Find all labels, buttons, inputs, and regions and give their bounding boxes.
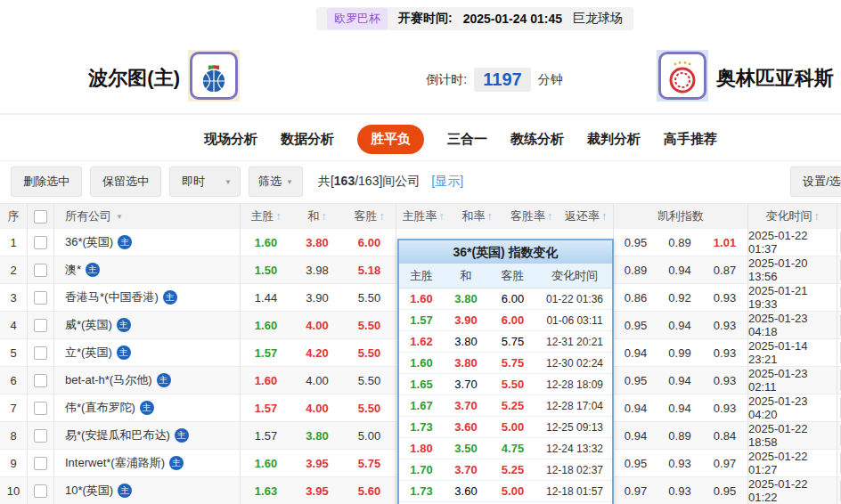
row-checkbox[interactable] bbox=[34, 264, 47, 277]
tab-three-in-one[interactable]: 三合一 bbox=[447, 125, 487, 154]
header-draw-odds[interactable]: 和↑ bbox=[291, 204, 343, 229]
home-odds[interactable]: 1.50 bbox=[240, 256, 291, 283]
row-action-cell[interactable] bbox=[837, 339, 841, 366]
company-cell[interactable]: 10*(英国)主 bbox=[53, 477, 240, 504]
row-checkbox[interactable] bbox=[34, 457, 47, 470]
row-checkbox[interactable] bbox=[34, 429, 47, 443]
kelly-draw: 0.99 bbox=[657, 339, 702, 366]
away-odds[interactable]: 5.50 bbox=[343, 367, 396, 394]
company-cell[interactable]: 威*(英国)主 bbox=[53, 312, 240, 338]
home-odds[interactable]: 1.60 bbox=[240, 367, 291, 394]
row-select-cell[interactable] bbox=[27, 229, 53, 256]
header-home-rate[interactable]: 主胜率↑ bbox=[396, 204, 450, 229]
header-home-odds[interactable]: 主胜↑ bbox=[240, 204, 291, 229]
row-action-cell[interactable] bbox=[837, 422, 841, 449]
tab-win-draw-lose[interactable]: 胜平负 bbox=[357, 125, 424, 154]
row-checkbox[interactable] bbox=[34, 319, 47, 332]
draw-odds[interactable]: 4.20 bbox=[291, 339, 343, 366]
change-time: 2025-01-23 02:11 bbox=[747, 367, 837, 394]
row-select-cell[interactable] bbox=[27, 284, 53, 311]
draw-odds[interactable]: 3.95 bbox=[291, 477, 343, 504]
draw-odds[interactable]: 3.80 bbox=[291, 422, 343, 449]
row-action-cell[interactable] bbox=[837, 450, 841, 476]
away-odds[interactable]: 5.50 bbox=[343, 339, 396, 366]
row-select-cell[interactable] bbox=[27, 312, 53, 338]
header-draw-rate[interactable]: 和率↑ bbox=[450, 204, 504, 229]
header-kelly: 凯利指数 bbox=[613, 204, 747, 229]
row-checkbox[interactable] bbox=[34, 236, 47, 249]
row-checkbox[interactable] bbox=[34, 346, 47, 360]
home-odds[interactable]: 1.60 bbox=[240, 312, 291, 338]
away-odds[interactable]: 5.50 bbox=[343, 394, 396, 421]
away-odds[interactable]: 6.00 bbox=[343, 229, 396, 256]
company-cell[interactable]: 易*(安提瓜和巴布达)主 bbox=[53, 422, 240, 449]
header-return-rate[interactable]: 返还率↑ bbox=[559, 204, 613, 229]
company-cell[interactable]: 澳*主 bbox=[53, 256, 240, 283]
home-odds[interactable]: 1.44 bbox=[240, 284, 291, 311]
home-odds[interactable]: 1.60 bbox=[240, 229, 291, 256]
tab-referee-analysis[interactable]: 裁判分析 bbox=[587, 125, 641, 154]
away-odds[interactable]: 5.00 bbox=[343, 422, 396, 449]
company-cell[interactable]: 立*(英国)主 bbox=[53, 339, 240, 366]
home-odds[interactable]: 1.57 bbox=[240, 422, 291, 449]
company-cell[interactable]: 36*(英国)主 bbox=[53, 229, 240, 256]
away-odds[interactable]: 5.18 bbox=[343, 256, 396, 283]
row-checkbox[interactable] bbox=[34, 291, 47, 305]
row-select-cell[interactable] bbox=[27, 477, 53, 504]
tab-coach-analysis[interactable]: 教练分析 bbox=[510, 125, 564, 154]
row-action-cell[interactable] bbox=[837, 256, 841, 283]
header-change-time[interactable]: 变化时间↑ bbox=[747, 204, 837, 229]
tab-expert-picks[interactable]: 高手推荐 bbox=[664, 125, 717, 154]
change-time: 2025-01-23 04:18 bbox=[747, 312, 837, 338]
select-all-checkbox[interactable] bbox=[34, 210, 47, 224]
row-action-cell[interactable] bbox=[837, 229, 841, 256]
row-action-cell[interactable] bbox=[837, 367, 841, 394]
away-odds[interactable]: 5.50 bbox=[343, 312, 396, 338]
row-select-cell[interactable] bbox=[27, 422, 53, 449]
away-odds[interactable]: 5.75 bbox=[343, 450, 396, 476]
row-action-cell[interactable] bbox=[837, 477, 841, 504]
row-select-cell[interactable] bbox=[27, 394, 53, 421]
show-link[interactable]: [显示] bbox=[431, 174, 463, 190]
draw-odds[interactable]: 3.90 bbox=[291, 284, 343, 311]
draw-odds[interactable]: 4.00 bbox=[291, 394, 343, 421]
home-odds[interactable]: 1.57 bbox=[240, 394, 291, 421]
tab-live-analysis[interactable]: 现场分析 bbox=[204, 125, 257, 154]
company-cell[interactable]: 香港马*(中国香港)主 bbox=[53, 284, 240, 311]
row-action-cell[interactable] bbox=[837, 284, 841, 311]
filter-dropdown[interactable]: 筛选 ▼ bbox=[249, 167, 303, 197]
home-odds[interactable]: 1.60 bbox=[240, 450, 291, 476]
row-checkbox[interactable] bbox=[34, 374, 47, 387]
company-cell[interactable]: Interwet*(塞浦路斯)主 bbox=[53, 450, 240, 476]
keep-selected-button[interactable]: 保留选中 bbox=[90, 167, 161, 197]
row-action-cell[interactable] bbox=[837, 394, 841, 421]
row-checkbox[interactable] bbox=[34, 402, 47, 415]
draw-odds[interactable]: 3.80 bbox=[291, 229, 343, 256]
header-company[interactable]: 所有公司▼ bbox=[53, 204, 240, 229]
draw-odds[interactable]: 4.00 bbox=[291, 312, 343, 338]
row-checkbox[interactable] bbox=[34, 484, 47, 498]
row-action-cell[interactable] bbox=[837, 312, 841, 338]
row-select-cell[interactable] bbox=[27, 450, 53, 476]
header-away-odds[interactable]: 客胜↑ bbox=[343, 204, 396, 229]
home-team-name: 波尔图(主) bbox=[0, 65, 180, 92]
row-select-cell[interactable] bbox=[27, 256, 53, 283]
home-odds[interactable]: 1.63 bbox=[240, 477, 291, 504]
company-cell[interactable]: 伟*(直布罗陀)主 bbox=[53, 394, 240, 421]
away-odds[interactable]: 5.60 bbox=[343, 477, 396, 504]
draw-odds[interactable]: 4.00 bbox=[291, 367, 343, 394]
tab-data-analysis[interactable]: 数据分析 bbox=[281, 125, 334, 154]
row-select-cell[interactable] bbox=[27, 339, 53, 366]
header-away-rate[interactable]: 客胜率↑ bbox=[504, 204, 559, 229]
header-select-all[interactable] bbox=[27, 204, 53, 229]
delete-selected-button[interactable]: 删除选中 bbox=[11, 167, 82, 197]
row-select-cell[interactable] bbox=[27, 367, 53, 394]
home-odds[interactable]: 1.57 bbox=[240, 339, 291, 366]
draw-odds[interactable]: 3.98 bbox=[291, 256, 343, 283]
company-cell[interactable]: bet-at-h*(马尔他)主 bbox=[53, 367, 240, 394]
away-odds[interactable]: 5.50 bbox=[343, 284, 396, 311]
live-dropdown[interactable]: 即时 ▼ bbox=[169, 167, 241, 197]
chevron-down-icon: ▼ bbox=[286, 178, 293, 186]
settings-select-button[interactable]: 设置/选择 bbox=[790, 167, 841, 197]
draw-odds[interactable]: 3.95 bbox=[291, 450, 343, 476]
